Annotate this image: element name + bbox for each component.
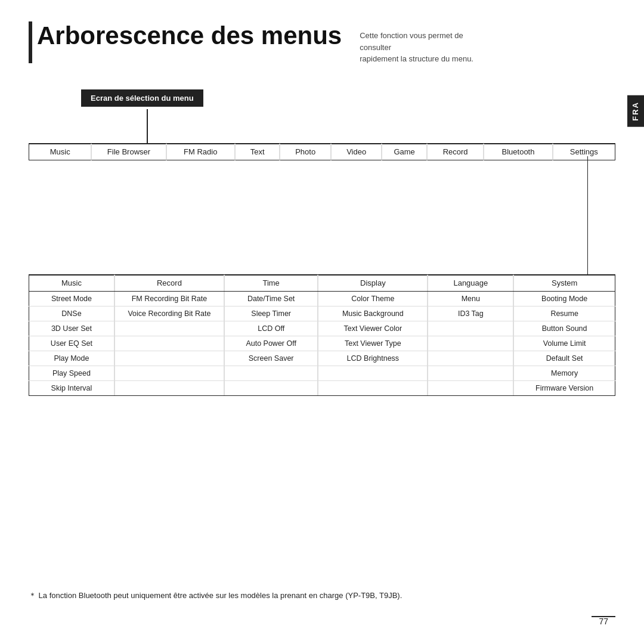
- detail-record-1: FM Recording Bit Rate: [114, 292, 224, 306]
- detail-music-4: User EQ Set: [29, 336, 114, 351]
- top-categories-row: Music File Browser FM Radio Text Photo V…: [29, 144, 615, 160]
- detail-time-4: Auto Power Off: [224, 336, 318, 351]
- detail-display-5: LCD Brightness: [318, 351, 428, 366]
- detail-display-2: Music Background: [318, 306, 428, 321]
- detail-row-5: Play Mode Screen Saver LCD Brightness De…: [29, 351, 615, 366]
- detail-music-1: Street Mode: [29, 292, 114, 306]
- category-fm-radio: FM Radio: [166, 144, 235, 160]
- detail-time-1: Date/Time Set: [224, 292, 318, 306]
- detail-system-2: Resume: [513, 306, 615, 321]
- category-text: Text: [235, 144, 280, 160]
- category-record: Record: [427, 144, 484, 160]
- detail-language-4: [428, 336, 513, 351]
- detail-record-2: Voice Recording Bit Rate: [114, 306, 224, 321]
- page-number: 77: [599, 617, 608, 626]
- second-header-system: System: [513, 275, 615, 291]
- page-title: Arborescence des menus: [37, 21, 342, 50]
- detail-record-7: [114, 381, 224, 395]
- menu-selection-box: Ecran de sélection du menu: [81, 89, 203, 107]
- settings-vertical-line: [587, 156, 589, 274]
- menu-selection-label: Ecran de sélection du menu: [81, 89, 203, 107]
- footer-note: ＊ La fonction Bluetooth peut uniquement …: [29, 590, 596, 601]
- detail-time-6: [224, 366, 318, 380]
- second-header-time: Time: [224, 275, 318, 291]
- accent-bar: [29, 21, 32, 63]
- detail-music-3: 3D User Set: [29, 321, 114, 336]
- detail-record-5: [114, 351, 224, 366]
- detail-language-2: ID3 Tag: [428, 306, 513, 321]
- detail-row-7: Skip Interval Firmware Version: [29, 381, 615, 396]
- detail-row-6: Play Speed Memory: [29, 366, 615, 381]
- detail-display-3: Text Viewer Color: [318, 321, 428, 336]
- detail-music-5: Play Mode: [29, 351, 114, 366]
- category-file-browser: File Browser: [91, 144, 166, 160]
- detail-system-1: Booting Mode: [513, 292, 615, 306]
- second-header-display: Display: [318, 275, 428, 291]
- detail-display-1: Color Theme: [318, 292, 428, 306]
- category-video: Video: [331, 144, 382, 160]
- detail-display-4: Text Viewer Type: [318, 336, 428, 351]
- detail-system-5: Default Set: [513, 351, 615, 366]
- second-header-language: Language: [428, 275, 513, 291]
- category-bluetooth: Bluetooth: [484, 144, 552, 160]
- detail-time-5: Screen Saver: [224, 351, 318, 366]
- detail-display-7: [318, 381, 428, 395]
- detail-language-5: [428, 351, 513, 366]
- category-photo: Photo: [280, 144, 330, 160]
- detail-record-4: [114, 336, 224, 351]
- page-subtitle: Cette fonction vous permet de consulter …: [360, 30, 491, 65]
- detail-music-7: Skip Interval: [29, 381, 114, 395]
- fra-tab: FRA: [627, 95, 644, 127]
- detail-system-3: Button Sound: [513, 321, 615, 336]
- detail-language-3: [428, 321, 513, 336]
- category-settings: Settings: [553, 144, 615, 160]
- category-music: Music: [29, 144, 91, 160]
- content-area: Ecran de sélection du menu Music File Br…: [29, 78, 615, 608]
- detail-system-4: Volume Limit: [513, 336, 615, 351]
- second-header-record: Record: [114, 275, 224, 291]
- detail-time-3: LCD Off: [224, 321, 318, 336]
- detail-language-6: [428, 366, 513, 380]
- detail-record-3: [114, 321, 224, 336]
- category-game: Game: [382, 144, 427, 160]
- detail-music-2: DNSe: [29, 306, 114, 321]
- detail-language-7: [428, 381, 513, 395]
- detail-row-3: 3D User Set LCD Off Text Viewer Color Bu…: [29, 321, 615, 336]
- detail-row-1: Street Mode FM Recording Bit Rate Date/T…: [29, 292, 615, 306]
- detail-time-7: [224, 381, 318, 395]
- detail-row-2: DNSe Voice Recording Bit Rate Sleep Time…: [29, 306, 615, 321]
- detail-time-2: Sleep Timer: [224, 306, 318, 321]
- second-headers-row: Music Record Time Display Language Syste…: [29, 275, 615, 292]
- title-area: Arborescence des menus Cette fonction vo…: [37, 21, 491, 65]
- detail-system-7: Firmware Version: [513, 381, 615, 395]
- detail-system-6: Memory: [513, 366, 615, 380]
- detail-row-4: User EQ Set Auto Power Off Text Viewer T…: [29, 336, 615, 351]
- detail-music-6: Play Speed: [29, 366, 114, 380]
- second-header-music: Music: [29, 275, 114, 291]
- connector-line-top: [147, 109, 148, 143]
- second-level: Music Record Time Display Language Syste…: [29, 275, 615, 396]
- detail-record-6: [114, 366, 224, 380]
- detail-language-1: Menu: [428, 292, 513, 306]
- detail-display-6: [318, 366, 428, 380]
